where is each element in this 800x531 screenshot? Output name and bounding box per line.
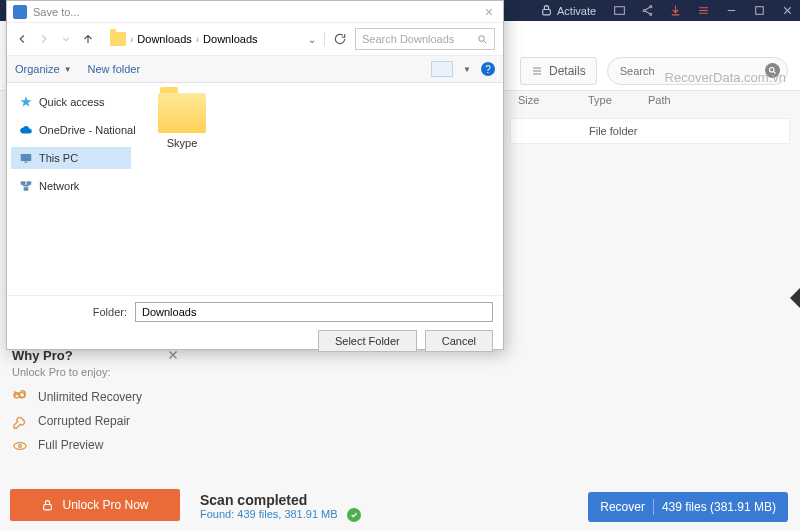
onedrive-label: OneDrive - National I [39,124,135,136]
breadcrumb[interactable]: › Downloads › Downloads [103,28,300,50]
svg-rect-13 [21,181,26,185]
svg-rect-1 [614,7,624,15]
svg-rect-5 [755,7,763,15]
folder-icon [110,32,126,46]
details-button[interactable]: Details [520,57,597,85]
refresh-icon[interactable] [333,32,347,46]
watermark-text: RecoverData.com.vn [665,70,786,85]
nav-back-icon[interactable] [15,32,29,46]
scan-sub: Found: 439 files, 381.91 MB [200,508,338,520]
svg-point-8 [19,445,22,448]
why-pro-subtitle: Unlock Pro to enjoy: [12,366,180,378]
folder-item-skype[interactable]: Skype [147,93,217,149]
quick-label: Quick access [39,96,104,108]
scan-title: Scan completed [200,492,307,508]
unlock-label: Unlock Pro Now [62,498,148,512]
nav-up-icon[interactable] [81,32,95,46]
scan-status: Scan completed Found: 439 files, 381.91 … [200,492,361,522]
folder-field-input[interactable] [135,302,493,322]
edge-arrow-icon[interactable] [790,288,800,308]
cancel-button[interactable]: Cancel [425,330,493,352]
col-size[interactable]: Size [510,91,580,113]
activate-button[interactable]: Activate [540,4,596,17]
organize-label: Organize [15,63,60,75]
dialog-nav: › Downloads › Downloads ⌄ Search Downloa… [7,23,503,55]
recover-count: 439 files (381.91 MB) [662,500,776,514]
sidebar-quick-access[interactable]: Quick access [11,91,131,113]
col-type[interactable]: Type [580,91,640,113]
hamburger-icon[interactable] [696,4,710,18]
dialog-toolbar: Organize ▼ New folder ▼ ? [7,55,503,83]
unlock-pro-button[interactable]: Unlock Pro Now [10,489,180,521]
feature-preview: Full Preview [12,438,180,452]
network-label: Network [39,180,79,192]
view-dropdown-icon[interactable]: ▼ [463,65,471,74]
svg-rect-9 [44,504,52,509]
chevron-right-icon: › [130,34,133,45]
dialog-body: Quick access OneDrive - National I This … [7,83,503,295]
svg-rect-0 [543,9,551,14]
why-pro-panel: Why Pro? Unlock Pro to enjoy: Unlimited … [12,348,180,462]
organize-button[interactable]: Organize ▼ [15,63,72,75]
eye-icon [12,438,28,452]
feat1-label: Unlimited Recovery [38,390,142,404]
wrench-icon [12,414,28,428]
close-icon[interactable] [780,4,794,18]
minimize-icon[interactable] [724,4,738,18]
folder-label: Skype [147,137,217,149]
dialog-app-icon [13,5,27,19]
select-folder-button[interactable]: Select Folder [318,330,417,352]
column-headers: Size Type Path [510,91,790,113]
share-icon[interactable] [640,4,654,18]
col-path[interactable]: Path [640,91,679,113]
nav-forward-icon[interactable] [37,32,51,46]
details-label: Details [549,64,586,78]
svg-point-10 [479,35,485,41]
recover-button[interactable]: Recover 439 files (381.91 MB) [588,492,788,522]
feat3-label: Full Preview [38,438,103,452]
svg-rect-14 [27,181,32,185]
path-dropdown-icon[interactable]: ⌄ [308,34,316,45]
thispc-label: This PC [39,152,78,164]
row-type: File folder [581,125,651,137]
chevron-right-icon: › [196,34,199,45]
infinity-icon [12,390,28,404]
path-seg-1[interactable]: Downloads [137,33,191,45]
dialog-close-icon[interactable]: × [481,4,497,20]
view-mode-button[interactable] [431,61,453,77]
folder-field-label: Folder: [17,306,127,318]
help-icon[interactable]: ? [481,62,495,76]
svg-point-2 [649,6,651,8]
dialog-file-area[interactable]: Skype [135,83,503,295]
download-icon[interactable] [668,4,682,18]
svg-point-7 [14,443,26,450]
path-seg-2[interactable]: Downloads [203,33,257,45]
svg-rect-11 [21,154,32,161]
svg-point-4 [649,13,651,15]
feat2-label: Corrupted Repair [38,414,130,428]
cloud-icon [19,123,33,137]
pc-icon [19,151,33,165]
svg-rect-15 [24,187,29,191]
newfolder-button[interactable]: New folder [88,63,141,75]
dialog-search[interactable]: Search Downloads [355,28,495,50]
dialog-titlebar[interactable]: Save to... × [7,1,503,23]
search-icon [477,34,488,45]
recover-label: Recover [600,500,645,514]
sidebar-network[interactable]: Network [11,175,131,197]
dialog-sidebar: Quick access OneDrive - National I This … [7,83,135,295]
folder-icon [158,93,206,133]
dialog-title: Save to... [33,6,79,18]
maximize-icon[interactable] [752,4,766,18]
sidebar-onedrive[interactable]: OneDrive - National I [11,119,131,141]
checkmark-icon [347,508,361,522]
svg-point-3 [643,9,645,11]
nav-recent-icon[interactable] [59,32,73,46]
result-row[interactable]: File folder [510,118,790,144]
activate-label: Activate [557,5,596,17]
svg-rect-12 [24,162,28,163]
sidebar-this-pc[interactable]: This PC [11,147,131,169]
feature-repair: Corrupted Repair [12,414,180,428]
window-icon[interactable] [612,4,626,18]
star-icon [19,95,33,109]
